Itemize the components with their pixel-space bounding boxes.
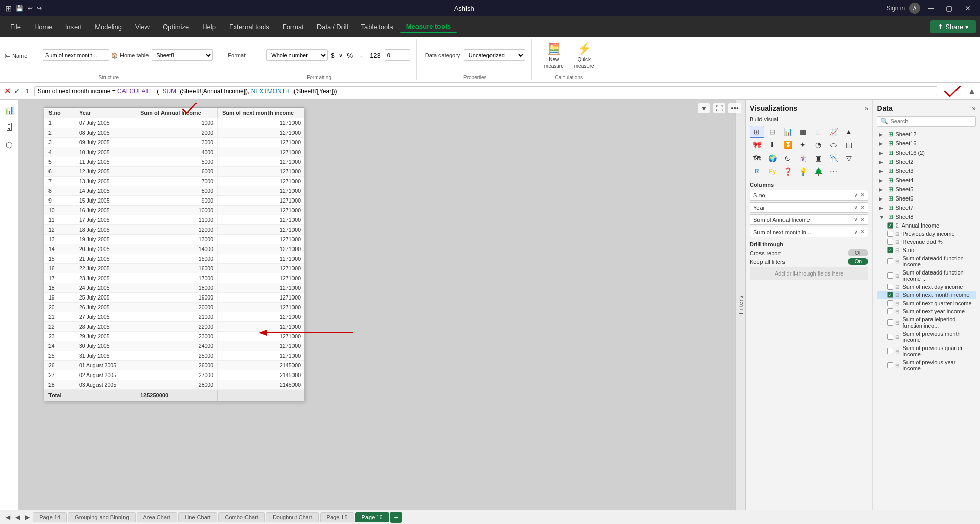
- close-btn[interactable]: ✕: [961, 4, 975, 12]
- field-checkbox[interactable]: [887, 300, 893, 306]
- user-avatar[interactable]: A: [909, 3, 920, 14]
- menu-view[interactable]: View: [129, 21, 156, 33]
- share-button[interactable]: ⬆ Share ▾: [930, 20, 976, 33]
- page-tab-Line-Chart[interactable]: Line Chart: [178, 512, 217, 522]
- viz-icon-ribbon[interactable]: 🎀: [750, 139, 764, 151]
- percent-btn[interactable]: %: [346, 51, 354, 60]
- currency-btn[interactable]: $: [330, 51, 335, 60]
- sidebar-report-icon[interactable]: 📊: [2, 103, 16, 117]
- datacategory-select[interactable]: Uncategorized: [464, 49, 525, 61]
- viz-icon-area[interactable]: ▲: [842, 126, 856, 138]
- menu-format[interactable]: Format: [277, 21, 310, 33]
- viz-icon-100bar[interactable]: ▥: [811, 126, 825, 138]
- data-tree-table-Sheet4[interactable]: ▶ ⊞ Sheet4: [877, 176, 976, 185]
- maximize-btn[interactable]: ▢: [942, 4, 957, 12]
- decimal-input[interactable]: [385, 49, 410, 61]
- viz-icon-r[interactable]: R: [750, 165, 764, 178]
- sidebar-data-icon[interactable]: 🗄: [3, 121, 15, 134]
- viz-icon-funnel[interactable]: ⏬: [780, 139, 795, 151]
- data-tree-field-18[interactable]: ⊟ Sum of next quarter income: [877, 299, 976, 307]
- new-measure-button[interactable]: 🧮 New measure: [540, 40, 568, 71]
- data-tree-table-Sheet5[interactable]: ▶ ⊞ Sheet5: [877, 185, 976, 194]
- field-checkbox[interactable]: [887, 308, 893, 314]
- field-checkbox[interactable]: [887, 284, 893, 290]
- filters-panel[interactable]: Filters: [735, 100, 745, 510]
- menu-external-tools[interactable]: External tools: [223, 21, 276, 33]
- viz-icon-waterfall[interactable]: ⬇: [765, 139, 779, 151]
- menu-file[interactable]: File: [4, 21, 27, 33]
- data-tree-table-Sheet16[interactable]: ▶ ⊞ Sheet16: [877, 139, 976, 148]
- data-tree-table-Sheet2[interactable]: ▶ ⊞ Sheet2: [877, 157, 976, 166]
- menu-help[interactable]: Help: [196, 21, 222, 33]
- menu-insert[interactable]: Insert: [59, 21, 88, 33]
- year-dropdown-btn[interactable]: ∨: [854, 204, 858, 211]
- format-dropdown-btn[interactable]: ∨: [339, 52, 343, 59]
- page-tab-Grouping-and-Binning[interactable]: Grouping and Binning: [68, 512, 135, 522]
- menu-home[interactable]: Home: [28, 21, 58, 33]
- data-tree-field-10[interactable]: ✓ Σ Annual Income: [877, 221, 976, 230]
- data-tree-table-Sheet16-(2)[interactable]: ▶ ⊞ Sheet16 (2): [877, 148, 976, 157]
- annual-dropdown-btn[interactable]: ∨: [854, 216, 858, 223]
- data-tree-field-19[interactable]: ⊟ Sum of next year income: [877, 307, 976, 315]
- sign-in-label[interactable]: Sign in: [886, 5, 905, 12]
- quick-measure-button[interactable]: ⚡ Quick measure: [570, 40, 598, 71]
- viz-icon-pie[interactable]: ◔: [811, 139, 825, 151]
- hometable-select[interactable]: Sheet8: [152, 49, 213, 61]
- viz-icon-donut[interactable]: ⬭: [826, 139, 841, 151]
- viz-icon-card[interactable]: 🃏: [796, 152, 810, 164]
- data-tree-table-Sheet3[interactable]: ▶ ⊞ Sheet3: [877, 166, 976, 176]
- more-options-btn[interactable]: •••: [728, 103, 741, 113]
- data-tree-field-16[interactable]: ⊟ Sum of next day income: [877, 283, 976, 291]
- data-tree-table-Sheet12[interactable]: ▶ ⊞ Sheet12: [877, 130, 976, 139]
- menu-modeling[interactable]: Modeling: [89, 21, 128, 33]
- nextmonth-remove-btn[interactable]: ✕: [860, 229, 865, 235]
- menu-data-drill[interactable]: Data / Drill: [311, 21, 354, 33]
- filter-toolbar-btn[interactable]: ▼: [698, 103, 710, 113]
- data-tree-field-17[interactable]: ✓ ⊟ Sum of next month income: [877, 291, 976, 299]
- data-tree-field-15[interactable]: ⊟ Sum of dateadd function income ...: [877, 268, 976, 283]
- field-checkbox[interactable]: [887, 362, 893, 368]
- sno-dropdown-btn[interactable]: ∨: [854, 192, 858, 198]
- sno-remove-btn[interactable]: ✕: [860, 192, 865, 198]
- data-tree-field-11[interactable]: ⊟ Previous day income: [877, 230, 976, 238]
- page-tab-Page-14[interactable]: Page 14: [33, 512, 67, 522]
- field-checkbox[interactable]: [887, 272, 893, 279]
- page-tab-Combo-Chart[interactable]: Combo Chart: [218, 512, 265, 522]
- data-tree-field-12[interactable]: ⊟ Revenue dod %: [877, 238, 976, 246]
- keep-filters-toggle[interactable]: On: [848, 258, 868, 265]
- page-tab-Page-16[interactable]: Page 16: [355, 512, 389, 522]
- viz-icon-treemap[interactable]: ▤: [842, 139, 856, 151]
- viz-icon-smart[interactable]: 💡: [796, 165, 810, 178]
- formula-collapse-btn[interactable]: ▲: [968, 87, 976, 96]
- sidebar-model-icon[interactable]: ⬡: [4, 138, 15, 152]
- data-tree-field-14[interactable]: ⊟ Sum of dateadd function income: [877, 254, 976, 268]
- field-checkbox[interactable]: ✓: [887, 247, 893, 253]
- minimize-btn[interactable]: ─: [924, 4, 938, 12]
- menu-optimize[interactable]: Optimize: [157, 21, 195, 33]
- page-tab-Doughnut-Chart[interactable]: Doughnut Chart: [266, 512, 319, 522]
- field-checkbox[interactable]: ✓: [887, 292, 893, 298]
- field-checkbox[interactable]: [887, 258, 893, 264]
- viz-icon-table[interactable]: ⊞: [750, 126, 764, 138]
- format-select[interactable]: Whole number: [266, 49, 328, 61]
- comma-btn[interactable]: ，: [357, 49, 365, 61]
- redo-icon[interactable]: ↪: [37, 5, 42, 12]
- page-tab-Page-15[interactable]: Page 15: [320, 512, 354, 522]
- data-tree-table-Sheet8[interactable]: ▼ ⊞ Sheet8: [877, 212, 976, 221]
- viz-icon-line[interactable]: 📈: [826, 126, 841, 138]
- tab-nav-prev[interactable]: ◀: [13, 513, 22, 522]
- data-tree-table-Sheet7[interactable]: ▶ ⊞ Sheet7: [877, 203, 976, 212]
- tab-nav-next[interactable]: ▶: [23, 513, 32, 522]
- field-checkbox[interactable]: [887, 348, 893, 354]
- field-checkbox[interactable]: ✓: [887, 222, 893, 229]
- formula-text[interactable]: Sum of next month income = CALCULATE ( S…: [34, 86, 937, 96]
- viz-icon-more[interactable]: ⋯: [826, 165, 841, 178]
- focus-mode-btn[interactable]: ⛶: [713, 103, 725, 113]
- menu-measure-tools[interactable]: Measure tools: [400, 20, 457, 33]
- viz-icon-py[interactable]: Py: [765, 165, 779, 178]
- field-checkbox[interactable]: [887, 319, 893, 326]
- year-remove-btn[interactable]: ✕: [860, 204, 865, 211]
- data-tree-field-21[interactable]: ⊟ Sum of previous month income: [877, 330, 976, 344]
- viz-icon-slicer[interactable]: ▽: [842, 152, 856, 164]
- cross-report-toggle[interactable]: Off: [848, 249, 868, 256]
